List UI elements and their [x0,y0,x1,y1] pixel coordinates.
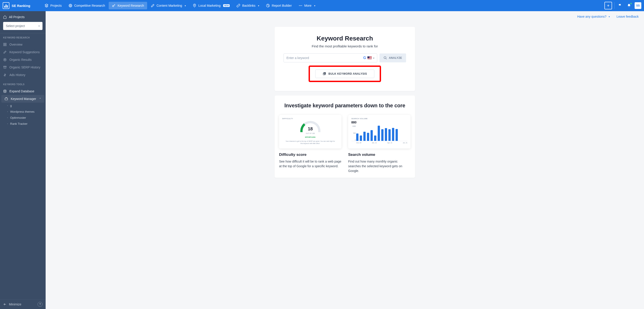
chart-bar [370,130,373,141]
project-select[interactable]: Select project ▾ [3,22,42,30]
km-sub-item[interactable]: Optinmoster [0,115,46,121]
section-label-research: KEYWORD RESEARCH [0,36,46,41]
nav-keyword-research[interactable]: Keyword Research [109,2,147,10]
chart-bar [363,132,366,141]
investigate-title: Investigate keyword parameters down to t… [279,103,410,109]
sidebar-item-serp-history[interactable]: Organic SERP History [0,64,46,71]
circle-dot-icon [3,58,7,62]
chevron-down-icon: ▾ [185,4,186,7]
nav-label: Projects [50,4,62,8]
target-icon [68,4,72,8]
svg-point-2 [70,5,71,6]
chart-bar [360,136,362,141]
notifications-button[interactable] [626,2,632,9]
svg-rect-9 [4,43,5,44]
briefcase-icon [4,97,8,100]
chart-bar [378,126,380,141]
chevron-up-icon: ⌃ [39,98,41,100]
chevron-down-icon: ▾ [609,16,610,18]
dollar-icon [3,73,7,77]
svg-rect-17 [5,98,8,100]
svg-point-18 [384,56,386,58]
km-sub-item[interactable]: Rank Tracker [0,121,46,127]
nav-projects[interactable]: Projects [41,2,65,10]
nav-content-marketing[interactable]: Content Marketing ▾ [148,2,189,10]
svg-point-3 [112,5,114,7]
sidebar-item-keyword-manager[interactable]: Keyword Manager ⌃ [1,95,44,103]
highlight-annotation: BULK KEYWORD ANALYSIS [308,66,381,82]
all-projects-label: All Projects [9,15,24,19]
pencil-icon [3,50,7,54]
chart-bar [374,136,376,141]
nav-report-builder[interactable]: Report Builder [263,2,295,10]
top-links: Have any questions? ▾ Leave feedback [46,11,644,18]
arrow-left-icon [3,302,7,306]
analyze-button[interactable]: ANALYZE [380,54,406,62]
svg-rect-12 [5,45,6,46]
nav-backlinks[interactable]: Backlinks ▾ [233,2,262,10]
analyze-label: ANALYZE [389,56,402,60]
minimize-button[interactable]: Minimize [3,302,21,306]
database-icon [3,90,7,93]
plus-icon [606,4,610,8]
sidebar-item-label: Keyword Suggestions [10,50,40,54]
nav-label: Local Marketing [198,4,220,8]
feedback-link[interactable]: Leave feedback [616,15,639,18]
sidebar-item-organic[interactable]: Organic Results [0,56,46,64]
svg-rect-10 [5,43,6,44]
page-title: Keyword Research [284,35,406,42]
user-avatar[interactable]: SS [634,2,641,9]
flag-us-icon [368,56,372,60]
km-sub-item[interactable]: Wordpress themes [0,109,46,115]
nav-label: Keyword Research [118,4,144,8]
feature-text: Find out how many monthly organic search… [348,159,410,173]
sidebar-item-label: Expand Database [10,90,34,93]
home-icon [3,15,7,19]
add-button[interactable] [604,2,612,10]
sidebar-item-label: Overview [10,43,22,46]
km-sub-item[interactable]: g [0,103,46,109]
bulk-analysis-button[interactable]: BULK KEYWORD ANALYSIS [315,70,374,78]
bulk-icon [323,72,326,76]
volume-preview: SEARCH VOLUME 880 1000 500 0 Oct, 20 [348,115,410,148]
chevron-down-icon: ▾ [38,24,40,28]
nav-competitive[interactable]: Competitive Research [65,2,108,10]
chart-bar [356,134,358,141]
chart-bar [381,129,384,141]
pin-icon [192,4,196,8]
all-projects-link[interactable]: All Projects [3,14,42,22]
sidebar-item-label: Organic SERP History [10,66,40,69]
sidebar-item-ads-history[interactable]: Ads History [0,71,46,79]
bulk-label: BULK KEYWORD ANALYSIS [328,72,367,75]
brand-name: SE Ranking [12,4,30,8]
main-content: Have any questions? ▾ Leave feedback Key… [46,11,644,309]
flag-button[interactable] [617,2,624,9]
difficulty-score: 18 [300,126,320,132]
questions-link[interactable]: Have any questions? ▾ [577,15,610,18]
sidebar-item-suggestions[interactable]: Keyword Suggestions [0,48,46,56]
nav-label: Competitive Research [74,4,105,8]
logo-icon[interactable] [3,2,10,9]
svg-point-8 [302,5,302,6]
grid-icon [3,43,7,46]
sidebar-item-expand-database[interactable]: Expand Database [0,88,46,95]
nav-label: Backlinks [242,4,255,8]
sidebar-item-label: Organic Results [10,58,32,62]
keyword-input[interactable] [286,56,361,60]
chart-bar [388,129,391,141]
nav-more[interactable]: More ▾ [296,2,318,10]
key-icon [112,4,116,8]
nav-local-marketing[interactable]: Local Marketing NEW [190,2,233,10]
help-button[interactable]: ? [38,302,42,307]
sidebar-item-overview[interactable]: Overview [0,41,46,48]
google-icon: G [363,56,366,60]
feature-title: Search volume [348,152,410,157]
chart-bar [367,133,369,141]
minimize-label: Minimize [9,302,21,306]
svg-point-6 [299,5,300,6]
keyword-search-box: G ▾ [284,54,377,62]
sidebar-item-label: Keyword Manager [11,97,36,100]
feature-text: See how difficult it will be to rank a w… [279,159,342,168]
search-engine-selector[interactable]: G ▾ [361,56,374,60]
flag-icon [618,4,622,8]
